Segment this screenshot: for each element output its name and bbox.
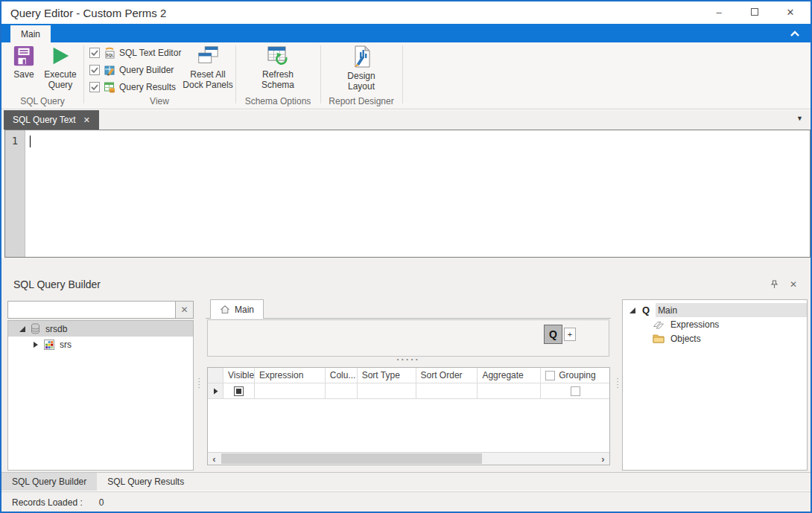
tree-node-label: srs xyxy=(60,340,72,350)
checkbox-checked-icon xyxy=(89,48,100,58)
col-header-sort-type[interactable]: Sort Type xyxy=(358,368,416,383)
scroll-left-icon: ‹ xyxy=(212,453,215,465)
ribbon-collapse-button[interactable] xyxy=(788,27,802,40)
view-option-sql-text-editor[interactable]: SQL SQL Text Editor xyxy=(89,45,181,60)
tree-node-label: Expressions xyxy=(670,319,719,330)
table-colored-icon xyxy=(44,340,54,350)
view-option-query-results[interactable]: Query Results xyxy=(89,80,181,95)
search-input[interactable] xyxy=(7,301,176,319)
tab-main[interactable]: Main xyxy=(10,25,51,42)
expanded-icon[interactable] xyxy=(19,325,26,333)
sql-query-text-tab-label: SQL Query Text xyxy=(13,115,76,125)
panel-splitter[interactable] xyxy=(1,258,811,273)
tab-sql-query-builder[interactable]: SQL Query Builder xyxy=(1,473,97,491)
query-structure-tree[interactable]: Q Main Expressions Obje xyxy=(622,299,808,471)
ribbon-tab-strip: Main xyxy=(1,24,811,42)
panel-title: SQL Query Builder xyxy=(13,278,101,290)
query-editor-window: Query Editor - Custom Perms 2 – ✕ Main xyxy=(0,0,812,513)
grouping-checkbox[interactable] xyxy=(571,386,580,396)
add-icon: + xyxy=(568,330,572,339)
tab-query-main[interactable]: Main xyxy=(210,299,264,319)
row-indicator xyxy=(208,383,223,399)
grid-splitter-handle[interactable]: ····· xyxy=(207,356,609,363)
collapsed-icon[interactable] xyxy=(32,341,39,348)
panel-close-button[interactable]: ✕ xyxy=(787,278,800,290)
tree-node-label: Objects xyxy=(670,334,701,344)
save-button[interactable]: Save xyxy=(7,45,40,80)
grid-data-row[interactable] xyxy=(208,383,609,399)
refresh-schema-button[interactable]: Refresh Schema xyxy=(250,45,305,90)
tree-node-objects[interactable]: Objects xyxy=(623,331,807,345)
columns-grid[interactable]: Visible Expression Colu... Sort Type Sor… xyxy=(207,367,610,465)
col-header-grouping[interactable]: Grouping xyxy=(541,368,609,383)
col-header-expression[interactable]: Expression xyxy=(255,368,326,383)
col-header-column[interactable]: Colu... xyxy=(326,368,358,383)
query-button[interactable]: Q xyxy=(544,325,562,344)
col-header-sort-order[interactable]: Sort Order xyxy=(416,368,478,383)
sql-text-editor[interactable]: 1 xyxy=(4,130,811,258)
query-button-label: Q xyxy=(549,328,557,340)
group-separator xyxy=(83,45,84,103)
query-design-surface[interactable]: Q + xyxy=(207,319,609,357)
expressions-icon xyxy=(653,319,664,330)
group-label-schema-options: Schema Options xyxy=(235,96,320,106)
cell-visible[interactable] xyxy=(223,383,255,399)
svg-text:SQL: SQL xyxy=(106,53,113,57)
database-tree[interactable]: srsdb srs xyxy=(7,320,194,471)
tab-label: SQL Query Results xyxy=(107,477,184,487)
tab-sql-query-results[interactable]: SQL Query Results xyxy=(97,473,194,491)
sql-query-builder-panel: SQL Query Builder ✕ ✕ xyxy=(1,273,811,472)
document-list-dropdown[interactable]: ▼ xyxy=(796,115,803,122)
tab-close-icon[interactable]: ✕ xyxy=(83,115,90,125)
grouping-header-checkbox[interactable] xyxy=(545,371,555,380)
scroll-right-button[interactable]: › xyxy=(597,453,609,465)
right-splitter-handle[interactable]: ···· xyxy=(615,377,620,389)
cell-sort-order[interactable] xyxy=(416,383,478,399)
horizontal-scrollbar[interactable]: ‹ › xyxy=(208,452,609,465)
cell-aggregate[interactable] xyxy=(478,383,541,399)
cell-expression[interactable] xyxy=(255,383,326,399)
col-header-visible[interactable]: Visible xyxy=(223,368,255,383)
view-option-label: Query Builder xyxy=(119,65,174,75)
cell-column[interactable] xyxy=(326,383,358,399)
tab-sql-query-text[interactable]: SQL Query Text ✕ xyxy=(4,110,99,130)
tree-node-expressions[interactable]: Expressions xyxy=(623,317,807,331)
folder-icon xyxy=(653,334,664,343)
tab-label: SQL Query Builder xyxy=(12,477,86,487)
tree-node-label: srsdb xyxy=(45,324,67,334)
sql-text-editor-icon: SQL xyxy=(104,47,115,59)
cell-grouping[interactable] xyxy=(541,383,609,399)
status-bar: Records Loaded : 0 xyxy=(1,491,811,513)
maximize-button[interactable] xyxy=(742,2,767,22)
scroll-left-button[interactable]: ‹ xyxy=(208,453,221,465)
visible-checkbox-checked[interactable] xyxy=(234,386,244,396)
expanded-icon[interactable] xyxy=(629,307,636,314)
chevron-up-icon xyxy=(790,30,800,37)
design-layout-label: Design Layout xyxy=(334,71,388,92)
maximize-icon xyxy=(751,8,758,16)
tree-node-query-main[interactable]: Q Main xyxy=(623,303,807,317)
line-number-gutter: 1 xyxy=(5,130,25,257)
add-query-button[interactable]: + xyxy=(564,328,576,341)
cell-sort-type[interactable] xyxy=(358,383,416,399)
tree-node-srsdb[interactable]: srsdb xyxy=(8,321,193,337)
group-label-sql-query: SQL Query xyxy=(1,96,83,106)
scrollbar-thumb[interactable] xyxy=(221,453,482,464)
design-layout-icon xyxy=(350,45,372,68)
close-button[interactable]: ✕ xyxy=(778,2,803,22)
minimize-button[interactable]: – xyxy=(706,2,732,22)
reset-dock-panels-label: Reset All Dock Panels xyxy=(180,69,235,90)
tree-node-srs[interactable]: srs xyxy=(8,337,193,352)
col-header-aggregate[interactable]: Aggregate xyxy=(478,368,541,383)
pin-button[interactable] xyxy=(767,278,781,290)
search-clear-button[interactable]: ✕ xyxy=(176,301,194,319)
table-search: ✕ xyxy=(7,301,194,319)
save-icon xyxy=(13,45,35,67)
reset-dock-panels-button[interactable]: Reset All Dock Panels xyxy=(180,45,235,90)
left-splitter-handle[interactable]: ···· xyxy=(197,377,201,389)
design-layout-button[interactable]: Design Layout xyxy=(334,45,388,92)
query-canvas-tabs: Main xyxy=(206,299,611,319)
group-label-view: View xyxy=(83,96,235,106)
view-option-query-builder[interactable]: Query Builder xyxy=(89,63,181,77)
execute-query-button[interactable]: Execute Query xyxy=(39,45,82,90)
